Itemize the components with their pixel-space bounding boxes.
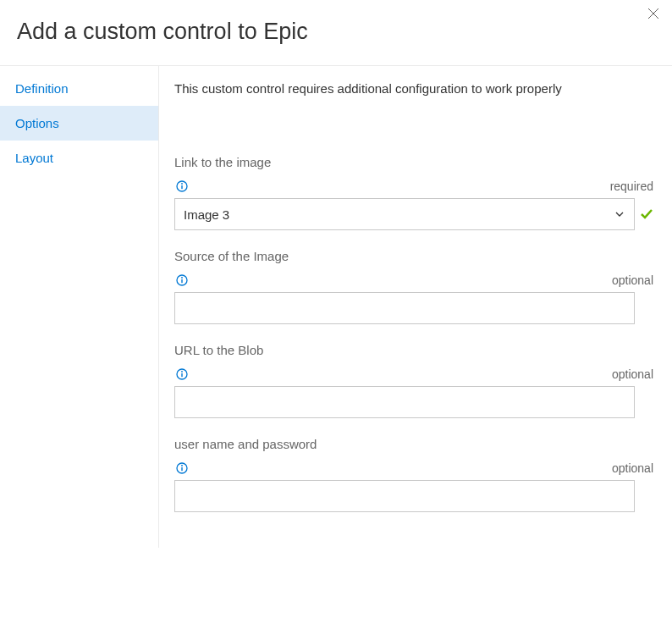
field-source-of-image: Source of the Image optional xyxy=(174,249,655,324)
requirement-text: optional xyxy=(612,367,653,381)
svg-rect-10 xyxy=(181,373,182,377)
field-meta: optional xyxy=(174,367,655,386)
input-row xyxy=(174,480,655,512)
info-icon[interactable] xyxy=(176,462,188,474)
close-icon xyxy=(647,7,660,24)
input-row xyxy=(174,292,655,324)
source-input[interactable] xyxy=(184,293,625,323)
dialog-header: Add a custom control to Epic xyxy=(0,0,672,66)
field-url-to-blob: URL to the Blob optional xyxy=(174,343,655,418)
info-icon[interactable] xyxy=(176,180,188,192)
input-row: Image 3 xyxy=(174,198,655,230)
svg-point-3 xyxy=(181,183,183,185)
field-meta: optional xyxy=(174,273,655,292)
svg-rect-13 xyxy=(181,467,182,471)
credentials-input[interactable] xyxy=(184,481,625,511)
field-meta: optional xyxy=(174,461,655,480)
blob-url-input[interactable] xyxy=(184,387,625,417)
select-value: Image 3 xyxy=(184,207,614,222)
field-username-password: user name and password optional xyxy=(174,437,655,512)
input-row xyxy=(174,386,655,418)
field-meta: required xyxy=(174,179,655,198)
svg-rect-4 xyxy=(181,185,182,189)
tab-label: Layout xyxy=(15,151,53,165)
content-panel: This custom control requires additional … xyxy=(159,66,672,548)
source-input-wrap xyxy=(174,292,635,324)
requirement-text: required xyxy=(610,179,653,193)
check-icon xyxy=(638,207,655,222)
dialog-title: Add a custom control to Epic xyxy=(17,19,655,45)
tab-definition[interactable]: Definition xyxy=(0,71,158,106)
svg-point-9 xyxy=(181,371,183,372)
blob-url-input-wrap xyxy=(174,386,635,418)
info-icon[interactable] xyxy=(176,274,188,286)
tab-options[interactable]: Options xyxy=(0,106,158,141)
requirement-text: optional xyxy=(612,273,653,287)
tab-layout[interactable]: Layout xyxy=(0,141,158,175)
field-link-to-image: Link to the image required Image 3 xyxy=(174,155,655,230)
svg-point-12 xyxy=(181,465,183,466)
info-icon[interactable] xyxy=(176,368,188,380)
close-button[interactable] xyxy=(645,7,662,24)
tab-label: Options xyxy=(15,116,59,130)
field-label: Source of the Image xyxy=(174,249,655,263)
field-label: URL to the Blob xyxy=(174,343,655,357)
chevron-down-icon xyxy=(614,208,625,220)
dialog-body: Definition Options Layout This custom co… xyxy=(0,66,672,548)
svg-rect-7 xyxy=(181,279,182,283)
svg-point-6 xyxy=(181,277,183,279)
field-label: user name and password xyxy=(174,437,655,451)
requirement-text: optional xyxy=(612,461,653,475)
credentials-input-wrap xyxy=(174,480,635,512)
intro-text: This custom control requires additional … xyxy=(174,81,655,96)
tab-label: Definition xyxy=(15,81,69,96)
field-label: Link to the image xyxy=(174,155,655,169)
sidebar-tabs: Definition Options Layout xyxy=(0,66,159,548)
image-select[interactable]: Image 3 xyxy=(174,198,635,230)
